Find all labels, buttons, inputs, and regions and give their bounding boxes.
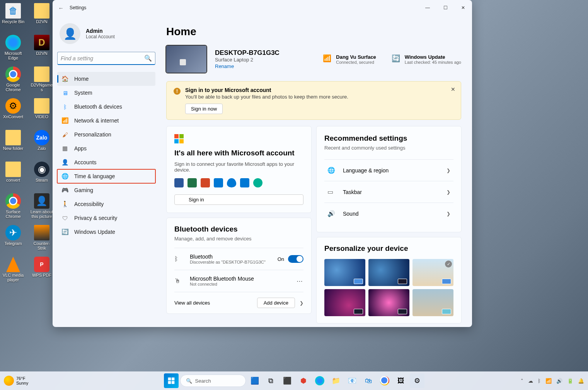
sun-icon: [4, 376, 14, 386]
chevron-right-icon: ❯: [447, 189, 450, 195]
nav-personalization[interactable]: 🖌Personalization: [57, 128, 155, 141]
start-button[interactable]: [164, 373, 179, 388]
svg-rect-1: [171, 378, 174, 381]
bluetooth-toggle[interactable]: [288, 255, 303, 263]
add-device-button[interactable]: Add device: [257, 298, 295, 308]
user-block[interactable]: 👤 Admin Local Account: [57, 19, 155, 52]
desktop-icon-recycle-bin[interactable]: 🗑Recycle Bin: [0, 2, 26, 33]
ms-app-icons: [174, 178, 303, 187]
apps-icon: ▦: [61, 145, 69, 152]
microsoft-account-card: It's all here with Microsoft account Sig…: [166, 126, 312, 213]
nav-accessibility[interactable]: 🚶Accessibility: [57, 197, 155, 211]
chrome-icon: [5, 193, 21, 209]
back-button[interactable]: ←: [58, 5, 70, 11]
taskbar-app-office[interactable]: ⬢: [296, 373, 311, 388]
theme-option-3[interactable]: ✓: [412, 259, 453, 286]
recommended-card: Recommended settings Recent and commonly…: [316, 126, 462, 232]
tray-volume-icon[interactable]: 🔊: [556, 378, 562, 384]
update-status[interactable]: 🔄 Windows UpdateLast checked: 45 minutes…: [392, 54, 461, 65]
onedrive-icon: [227, 178, 236, 187]
content-area: Home DESKTOP-B7G1G3C Surface Laptop 2 Re…: [160, 15, 472, 327]
taskview-icon[interactable]: ⧉: [264, 373, 278, 388]
rec-item-sound[interactable]: 🔊Sound❯: [324, 203, 453, 224]
tray-bluetooth-icon[interactable]: ᛒ: [538, 378, 541, 384]
tray-notification-icon[interactable]: 🔔: [578, 378, 584, 384]
defender-icon: [214, 178, 223, 187]
nav-gaming[interactable]: 🎮Gaming: [57, 183, 155, 197]
copilot-icon[interactable]: 🟦: [247, 373, 262, 388]
signin-now-button[interactable]: Sign in now: [185, 104, 223, 114]
view-all-devices-link[interactable]: View all devices: [174, 300, 210, 306]
device-thumbnail[interactable]: [166, 46, 206, 73]
desktop-icon-d2vn-folder[interactable]: D2VN: [29, 2, 55, 33]
chevron-right-icon[interactable]: ❯: [300, 300, 303, 306]
nav-time-language[interactable]: 🌐Time & language: [57, 169, 155, 183]
nav-home[interactable]: 🏠Home: [57, 72, 155, 86]
signin-button[interactable]: Sign in: [174, 194, 303, 205]
desktop-icon-learn-picture[interactable]: 👤Learn about this picture: [29, 192, 55, 223]
taskbar-app-outlook[interactable]: 📧: [345, 373, 360, 388]
desktop-icon-edge[interactable]: Microsoft Edge: [0, 33, 26, 65]
theme-option-6[interactable]: [412, 289, 453, 316]
search-input[interactable]: [61, 55, 144, 61]
banner-close-button[interactable]: ✕: [451, 86, 455, 92]
desktop-icon-video[interactable]: VIDEO: [29, 97, 55, 128]
excel-icon: [187, 178, 197, 187]
update-icon: 🔄: [392, 54, 400, 63]
spotlight-icon: 👤: [34, 193, 49, 209]
tray-cloud-icon[interactable]: ☁: [528, 378, 533, 384]
nav-windows-update[interactable]: 🔄Windows Update: [57, 225, 155, 239]
taskbar-app-chrome[interactable]: [377, 373, 392, 388]
rec-item-language[interactable]: 🌐Language & region❯: [324, 159, 453, 181]
taskbar-search[interactable]: 🔍Search: [180, 375, 246, 387]
taskbar-app-edge[interactable]: [312, 373, 327, 388]
desktop-icon-newfolder[interactable]: New folder: [0, 128, 26, 160]
more-icon[interactable]: ⋯: [297, 278, 303, 285]
theme-option-5[interactable]: [368, 289, 409, 316]
nav-system[interactable]: 🖥System: [57, 86, 155, 100]
maximize-button[interactable]: ☐: [436, 2, 454, 14]
nav-privacy[interactable]: 🛡Privacy & security: [57, 211, 155, 225]
taskbar-app-store[interactable]: 🛍: [361, 373, 376, 388]
bt-device-mouse[interactable]: 🖱 Microsoft Bluetooth MouseNot connected…: [174, 270, 303, 292]
taskbar-icon: ▭: [327, 188, 335, 196]
theme-option-4[interactable]: [324, 289, 365, 316]
search-box[interactable]: 🔍: [57, 52, 155, 65]
taskbar: 76°FSunny 🔍Search 🟦 ⧉ ⬛ ⬢ 📁 📧 🛍 🖼 ⚙ ˄ ☁ …: [0, 371, 588, 390]
desktop-icon-wps[interactable]: PWPS PDF: [29, 255, 55, 287]
desktop-icon-zalo[interactable]: ZaloZalo: [29, 128, 55, 160]
desktop-icon-chrome[interactable]: Google Chrome: [0, 65, 26, 97]
theme-option-2[interactable]: [368, 259, 409, 286]
tray-chevron-icon[interactable]: ˄: [521, 378, 523, 384]
tray-wifi-icon[interactable]: 📶: [545, 378, 552, 384]
gaming-icon: 🎮: [61, 186, 69, 194]
desktop-icon-d2vngames[interactable]: D2VNgames: [29, 65, 55, 97]
desktop-icon-steam[interactable]: ◉Steam: [29, 160, 55, 192]
desktop-icon-telegram[interactable]: ✈Telegram: [0, 223, 26, 255]
desktop-icon-d2vn[interactable]: DD2VN: [29, 33, 55, 65]
desktop-icon-vlc[interactable]: VLC media player: [0, 255, 26, 287]
wifi-status[interactable]: 📶 Dang Vu SurfaceConnected, secured: [323, 54, 376, 65]
nav-accounts[interactable]: 👤Accounts: [57, 155, 155, 169]
window-title: Settings: [70, 5, 86, 10]
weather-widget[interactable]: 76°FSunny: [4, 376, 28, 386]
widgets-icon[interactable]: ⬛: [280, 373, 295, 388]
rename-link[interactable]: Rename: [215, 63, 280, 69]
desktop-icon-xnconvert[interactable]: ⚙XnConvert: [0, 97, 26, 128]
desktop-icon-cs[interactable]: Counter-Strik: [29, 223, 55, 255]
minimize-button[interactable]: —: [419, 2, 436, 14]
nav-network[interactable]: 📶Network & internet: [57, 114, 155, 128]
pers-title: Personalize your device: [324, 244, 453, 253]
nav-apps[interactable]: ▦Apps: [57, 141, 155, 155]
tray-battery-icon[interactable]: 🔋: [567, 378, 573, 384]
taskbar-app-explorer[interactable]: 📁: [329, 373, 343, 388]
desktop-icon-convert[interactable]: convert: [0, 160, 26, 192]
rec-item-taskbar[interactable]: ▭Taskbar❯: [324, 181, 453, 203]
close-button[interactable]: ✕: [454, 2, 472, 14]
desktop-icon-surface-chrome[interactable]: Surface Chrome: [0, 192, 26, 223]
taskbar-app-snip[interactable]: 🖼: [394, 373, 408, 388]
nav-bluetooth[interactable]: ᛒBluetooth & devices: [57, 100, 155, 114]
taskbar-app-settings[interactable]: ⚙: [410, 373, 424, 388]
bluetooth-icon: ᛒ: [174, 255, 183, 262]
theme-option-1[interactable]: [324, 259, 365, 286]
